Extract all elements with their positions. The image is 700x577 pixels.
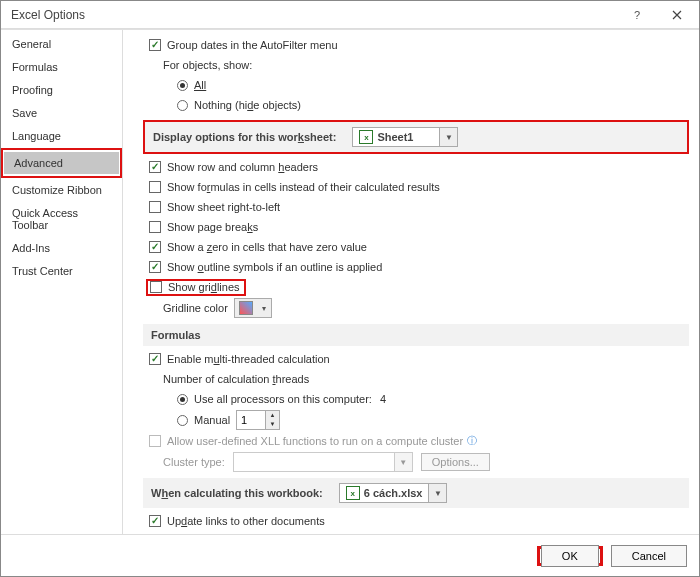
- dialog-body: General Formulas Proofing Save Language …: [1, 29, 699, 534]
- checkbox-icon[interactable]: [149, 161, 161, 173]
- excel-file-icon: x: [346, 486, 360, 500]
- dialog-title: Excel Options: [11, 8, 617, 22]
- opt-show-formulas[interactable]: Show formulas in cells instead of their …: [149, 178, 689, 196]
- content-pane[interactable]: Group dates in the AutoFilter menu For o…: [123, 30, 699, 534]
- highlight-advanced: Advanced: [1, 148, 122, 178]
- spinner-buttons[interactable]: ▲▼: [265, 411, 279, 429]
- section-display-worksheet: Display options for this worksheet: xShe…: [145, 122, 687, 152]
- sidebar-item-advanced[interactable]: Advanced: [4, 152, 119, 174]
- highlight-gridlines: Show gridlines: [146, 279, 246, 296]
- gridline-color-picker[interactable]: ▾: [234, 298, 272, 318]
- sidebar: General Formulas Proofing Save Language …: [1, 30, 123, 534]
- sidebar-item-proofing[interactable]: Proofing: [2, 79, 121, 101]
- sidebar-item-customize-ribbon[interactable]: Customize Ribbon: [2, 179, 121, 201]
- close-icon: [672, 10, 682, 20]
- cluster-options-button: Options...: [421, 453, 490, 471]
- sidebar-item-save[interactable]: Save: [2, 102, 121, 124]
- opt-page-breaks[interactable]: Show page breaks: [149, 218, 689, 236]
- info-icon[interactable]: ⓘ: [467, 434, 477, 448]
- opt-multithread[interactable]: Enable multi-threaded calculation: [149, 350, 689, 368]
- chevron-down-icon[interactable]: ▾: [257, 299, 271, 317]
- radio-icon[interactable]: [177, 80, 188, 91]
- checkbox-icon[interactable]: [149, 181, 161, 193]
- opt-objects-all[interactable]: All: [177, 76, 689, 94]
- checkbox-icon[interactable]: [149, 221, 161, 233]
- sidebar-item-addins[interactable]: Add-Ins: [2, 237, 121, 259]
- opt-show-zero[interactable]: Show a zero in cells that have zero valu…: [149, 238, 689, 256]
- opt-gridline-color: Gridline color ▾: [163, 298, 689, 318]
- cluster-type-row: Cluster type: ▼ Options...: [163, 452, 689, 472]
- checkbox-icon: [149, 435, 161, 447]
- workbook-dropdown[interactable]: x6 cách.xlsx ▼: [339, 483, 448, 503]
- threads-label: Number of calculation threads: [163, 370, 689, 388]
- cluster-type-dropdown: ▼: [233, 452, 413, 472]
- chevron-down-icon[interactable]: ▼: [428, 484, 446, 502]
- highlight-ok: OK: [537, 546, 603, 566]
- cancel-button[interactable]: Cancel: [611, 545, 687, 567]
- radio-icon[interactable]: [177, 415, 188, 426]
- section-formulas: Formulas: [143, 324, 689, 346]
- objects-label: For objects, show:: [163, 56, 689, 74]
- opt-show-headers[interactable]: Show row and column headers: [149, 158, 689, 176]
- checkbox-icon[interactable]: [149, 241, 161, 253]
- opt-xll-cluster: Allow user-defined XLL functions to run …: [149, 432, 689, 450]
- checkbox-icon[interactable]: [149, 353, 161, 365]
- close-button[interactable]: [657, 2, 697, 28]
- sidebar-item-trust-center[interactable]: Trust Center: [2, 260, 121, 282]
- opt-show-gridlines[interactable]: Show gridlines: [149, 278, 689, 296]
- checkbox-icon[interactable]: [149, 39, 161, 51]
- chevron-down-icon: ▼: [394, 453, 412, 471]
- ok-button[interactable]: OK: [541, 545, 599, 567]
- sidebar-item-qat[interactable]: Quick Access Toolbar: [2, 202, 121, 236]
- help-button[interactable]: ?: [617, 2, 657, 28]
- title-bar: Excel Options ?: [1, 1, 699, 29]
- chevron-down-icon[interactable]: ▼: [439, 128, 457, 146]
- excel-options-dialog: Excel Options ? General Formulas Proofin…: [0, 0, 700, 577]
- sidebar-item-general[interactable]: General: [2, 33, 121, 55]
- opt-precision[interactable]: Set precision as displayed: [149, 532, 689, 534]
- radio-icon[interactable]: [177, 394, 188, 405]
- opt-objects-nothing[interactable]: Nothing (hide objects): [177, 96, 689, 114]
- manual-thread-input[interactable]: [237, 411, 265, 429]
- opt-sheet-rtl[interactable]: Show sheet right-to-left: [149, 198, 689, 216]
- manual-thread-spinner[interactable]: ▲▼: [236, 410, 280, 430]
- opt-autofilter-group[interactable]: Group dates in the AutoFilter menu: [149, 36, 689, 54]
- color-swatch-icon: [239, 301, 253, 315]
- checkbox-icon[interactable]: [149, 201, 161, 213]
- worksheet-dropdown[interactable]: xSheet1 ▼: [352, 127, 458, 147]
- checkbox-icon[interactable]: [149, 515, 161, 527]
- excel-sheet-icon: x: [359, 130, 373, 144]
- opt-manual-threads[interactable]: Manual ▲▼: [177, 410, 689, 430]
- opt-all-processors[interactable]: Use all processors on this computer: 4: [177, 390, 689, 408]
- opt-update-links[interactable]: Update links to other documents: [149, 512, 689, 530]
- highlight-worksheet-section: Display options for this worksheet: xShe…: [143, 120, 689, 154]
- dialog-footer: OK Cancel: [1, 534, 699, 576]
- radio-icon[interactable]: [177, 100, 188, 111]
- opt-outline-symbols[interactable]: Show outline symbols if an outline is ap…: [149, 258, 689, 276]
- section-workbook: When calculating this workbook: x6 cách.…: [143, 478, 689, 508]
- processor-count: 4: [380, 393, 386, 405]
- checkbox-icon[interactable]: [150, 281, 162, 293]
- sidebar-item-language[interactable]: Language: [2, 125, 121, 147]
- sidebar-item-formulas[interactable]: Formulas: [2, 56, 121, 78]
- checkbox-icon[interactable]: [149, 261, 161, 273]
